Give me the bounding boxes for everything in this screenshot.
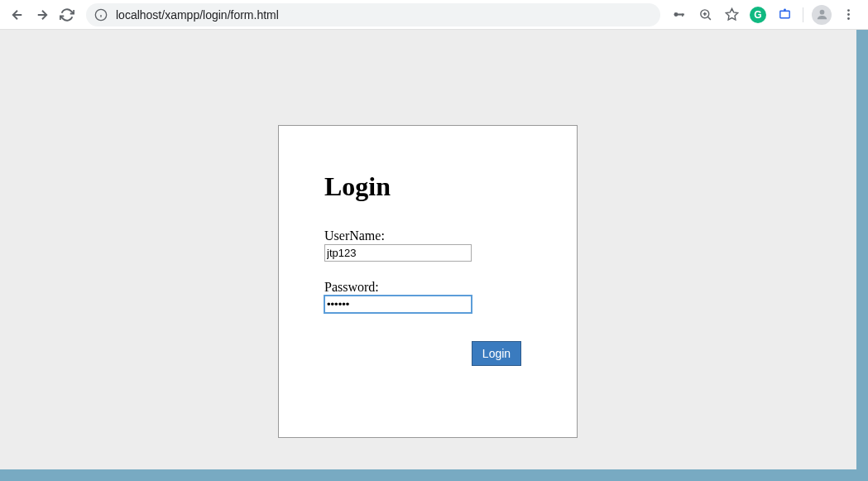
- svg-point-14: [847, 9, 850, 12]
- svg-point-16: [847, 17, 850, 20]
- site-info-icon[interactable]: [94, 8, 108, 22]
- svg-point-12: [784, 8, 786, 11]
- login-heading: Login: [324, 171, 531, 202]
- username-input[interactable]: [324, 244, 472, 262]
- zoom-icon[interactable]: [693, 3, 717, 26]
- browser-toolbar: localhost/xampp/login/form.html G: [0, 0, 868, 30]
- password-key-icon[interactable]: [667, 3, 690, 26]
- menu-dots-icon[interactable]: [837, 3, 860, 26]
- svg-line-7: [707, 17, 711, 20]
- login-submit-button[interactable]: Login: [472, 341, 521, 366]
- login-card: Login UserName: Password: Login: [278, 125, 578, 438]
- forward-button[interactable]: [30, 2, 55, 27]
- reload-button[interactable]: [55, 2, 79, 27]
- svg-rect-4: [677, 13, 684, 15]
- bookmark-star-icon[interactable]: [720, 3, 743, 26]
- page-content[interactable]: Login UserName: Password: Login: [0, 30, 856, 469]
- username-label: UserName:: [324, 228, 531, 243]
- scroll-filler: [578, 125, 578, 469]
- profile-avatar-icon[interactable]: [810, 3, 833, 26]
- toolbar-divider: [803, 7, 803, 22]
- password-input[interactable]: [324, 296, 472, 313]
- address-bar[interactable]: localhost/xampp/login/form.html: [86, 3, 660, 26]
- toolbar-right: G: [667, 3, 863, 26]
- svg-point-15: [847, 13, 850, 16]
- extension-grammarly-icon[interactable]: G: [746, 3, 770, 26]
- svg-rect-11: [779, 11, 789, 18]
- svg-marker-10: [726, 8, 737, 19]
- svg-point-13: [819, 10, 824, 15]
- viewport-wrapper: Login UserName: Password: Login: [0, 30, 868, 481]
- login-form: UserName: Password: Login: [324, 228, 531, 366]
- url-text: localhost/xampp/login/form.html: [116, 8, 279, 22]
- password-label: Password:: [324, 280, 531, 295]
- extension-screenshot-icon[interactable]: [773, 3, 796, 26]
- back-button[interactable]: [5, 2, 30, 27]
- svg-rect-5: [682, 13, 683, 17]
